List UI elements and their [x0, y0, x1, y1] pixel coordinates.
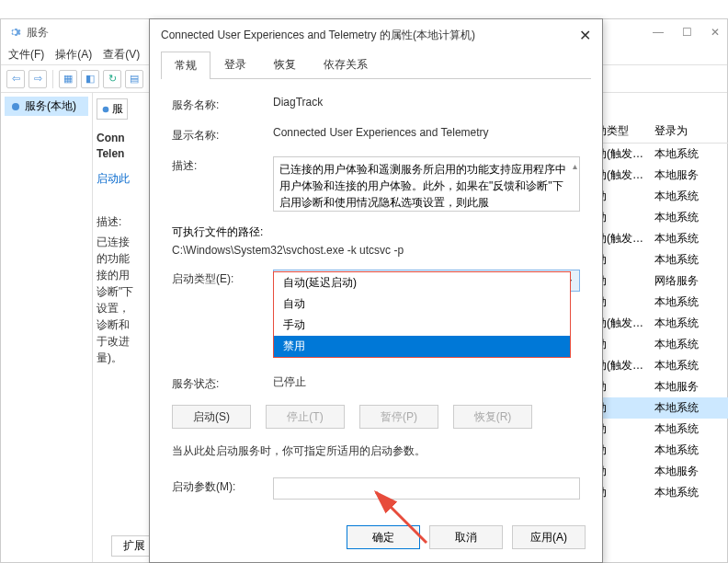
desc-line: 设置，	[97, 300, 153, 316]
tab-dependencies[interactable]: 依存关系	[310, 51, 381, 78]
service-control-buttons: 启动(S) 停止(T) 暂停(P) 恢复(R)	[172, 405, 580, 429]
toolbar-btn-3[interactable]: ▤	[125, 70, 143, 88]
tree-item-label: 服务(本地)	[25, 98, 76, 114]
properties-dialog: Connected User Experiences and Telemetry…	[149, 18, 603, 563]
dialog-tabs: 常规 登录 恢复 依存关系	[161, 51, 591, 79]
toolbar-btn-1[interactable]: ▦	[59, 70, 77, 88]
svg-point-1	[103, 106, 109, 112]
table-row[interactable]: 动本地系统	[590, 397, 728, 419]
menu-file[interactable]: 文件(F)	[8, 47, 44, 63]
maximize-button[interactable]: ☐	[682, 26, 692, 39]
description-textbox[interactable]: 已连接的用户体验和遥测服务所启用的功能支持应用程序中用户体验和连接的用户体验。此…	[273, 156, 580, 212]
back-button[interactable]: ⇦	[6, 70, 25, 88]
desc-text-clipped: 已连接 的功能 接的用 诊断"下 设置， 诊断和 于改进 量)。	[97, 234, 153, 366]
table-row[interactable]: 动(触发…本地系统	[590, 228, 728, 249]
dropdown-item-auto[interactable]: 自动	[274, 293, 570, 315]
value-exe-path: C:\Windows\System32\svchost.exe -k utcsv…	[172, 244, 580, 257]
stop-button[interactable]: 停止(T)	[266, 405, 345, 429]
table-row[interactable]: 动本地系统	[590, 440, 728, 461]
cell-logon: 本地系统	[654, 485, 728, 500]
table-row[interactable]: 动网络服务	[590, 270, 728, 292]
ok-button[interactable]: 确定	[347, 525, 420, 549]
dialog-body: 服务名称: DiagTrack 显示名称: Connected User Exp…	[150, 79, 602, 529]
close-icon[interactable]: ✕	[579, 27, 591, 44]
cell-logon: 本地系统	[654, 252, 728, 268]
menu-view[interactable]: 查看(V)	[103, 47, 140, 63]
cell-logon: 本地系统	[654, 400, 728, 416]
scroll-up-icon[interactable]: ▴	[573, 159, 577, 173]
pause-button[interactable]: 暂停(P)	[359, 405, 438, 429]
forward-button[interactable]: ⇨	[28, 70, 47, 88]
minimize-button[interactable]: —	[653, 26, 664, 39]
row-description: 描述: 已连接的用户体验和遥测服务所启用的功能支持应用程序中用户体验和连接的用户…	[172, 156, 580, 212]
start-button[interactable]: 启动(S)	[172, 405, 251, 429]
dialog-titlebar: Connected User Experiences and Telemetry…	[150, 19, 602, 51]
desc-line: 于改进	[97, 333, 153, 350]
table-row[interactable]: 动本地系统	[590, 207, 728, 228]
close-button[interactable]: ✕	[711, 26, 720, 39]
startup-type-dropdown: 自动(延迟启动) 自动 手动 禁用	[273, 271, 571, 358]
table-row[interactable]: 动本地服务	[590, 376, 728, 397]
table-row[interactable]: 动(触发…本地系统	[590, 313, 728, 334]
cell-logon: 本地系统	[654, 294, 728, 310]
table-row[interactable]: 动(触发…本地系统	[590, 144, 728, 165]
row-exe-label: 可执行文件的路径:	[172, 224, 580, 240]
table-row[interactable]: 动本地系统	[590, 186, 728, 207]
cell-logon: 本地系统	[654, 421, 728, 437]
hint-text: 当从此处启动服务时，你可指定所适用的启动参数。	[172, 443, 580, 459]
window-controls: — ☐ ✕	[653, 26, 720, 39]
gear-icon	[10, 101, 21, 112]
value-service-status: 已停止	[273, 374, 580, 390]
list-rows: 动(触发…本地系统动(触发…本地服务动本地系统动本地系统动(触发…本地系统动本地…	[590, 144, 728, 503]
table-row[interactable]: 动(触发…本地服务	[590, 165, 728, 186]
start-service-link[interactable]: 启动此	[97, 171, 153, 187]
label-service-name: 服务名称:	[172, 96, 273, 113]
table-row[interactable]: 动本地系统	[590, 249, 728, 270]
cell-logon: 本地系统	[654, 231, 728, 247]
row-hint: 当从此处启动服务时，你可指定所适用的启动参数。	[172, 443, 580, 459]
desc-line: 诊断和	[97, 316, 153, 333]
toolbar-btn-2[interactable]: ◧	[81, 70, 99, 88]
tab-general[interactable]: 常规	[161, 52, 210, 79]
tab-logon[interactable]: 登录	[210, 51, 260, 78]
resume-button[interactable]: 恢复(R)	[453, 405, 532, 429]
menu-action[interactable]: 操作(A)	[55, 47, 92, 63]
cancel-button[interactable]: 取消	[429, 525, 503, 549]
row-start-params: 启动参数(M):	[172, 477, 580, 500]
table-row[interactable]: 动本地系统	[590, 292, 728, 313]
label-service-status: 服务状态:	[172, 374, 273, 392]
refresh-inline-button[interactable]: 服	[97, 98, 128, 120]
apply-button[interactable]: 应用(A)	[512, 525, 586, 549]
table-row[interactable]: 动(触发…本地系统	[590, 355, 728, 376]
cell-logon: 本地系统	[654, 146, 728, 162]
refresh-label: 服	[112, 101, 123, 117]
cell-logon: 本地服务	[654, 464, 728, 479]
table-row[interactable]: 动本地系统	[590, 334, 728, 355]
cell-logon: 本地系统	[654, 442, 728, 458]
svg-point-0	[12, 103, 19, 110]
cell-logon: 本地系统	[654, 358, 728, 373]
col-logon-as[interactable]: 登录为	[654, 123, 728, 139]
tree-item-services-local[interactable]: 服务(本地)	[5, 97, 88, 116]
label-description: 描述:	[172, 156, 273, 174]
table-row[interactable]: 动本地系统	[590, 419, 728, 440]
value-service-name: DiagTrack	[273, 96, 580, 109]
tab-recovery[interactable]: 恢复	[260, 51, 310, 78]
dialog-footer: 确定 取消 应用(A)	[347, 525, 586, 549]
dropdown-item-manual[interactable]: 手动	[274, 315, 570, 336]
row-display-name: 显示名称: Connected User Experiences and Tel…	[172, 126, 580, 144]
dropdown-item-auto-delayed[interactable]: 自动(延迟启动)	[274, 272, 570, 293]
cell-logon: 网络服务	[654, 273, 728, 289]
table-row[interactable]: 动本地服务	[590, 461, 728, 482]
value-display-name: Connected User Experiences and Telemetry	[273, 126, 580, 139]
refresh-button[interactable]: ↻	[103, 70, 121, 88]
cell-logon: 本地服务	[654, 167, 728, 183]
table-row[interactable]: 动本地系统	[590, 482, 728, 503]
row-exe-path: C:\Windows\System32\svchost.exe -k utcsv…	[172, 244, 580, 257]
desc-line: 量)。	[97, 350, 153, 366]
row-service-name: 服务名称: DiagTrack	[172, 96, 580, 113]
main-window-title: 服务	[27, 25, 49, 40]
dropdown-item-disabled[interactable]: 禁用	[274, 336, 570, 357]
start-params-input[interactable]	[273, 477, 580, 500]
desc-line: 已连接	[97, 234, 153, 250]
